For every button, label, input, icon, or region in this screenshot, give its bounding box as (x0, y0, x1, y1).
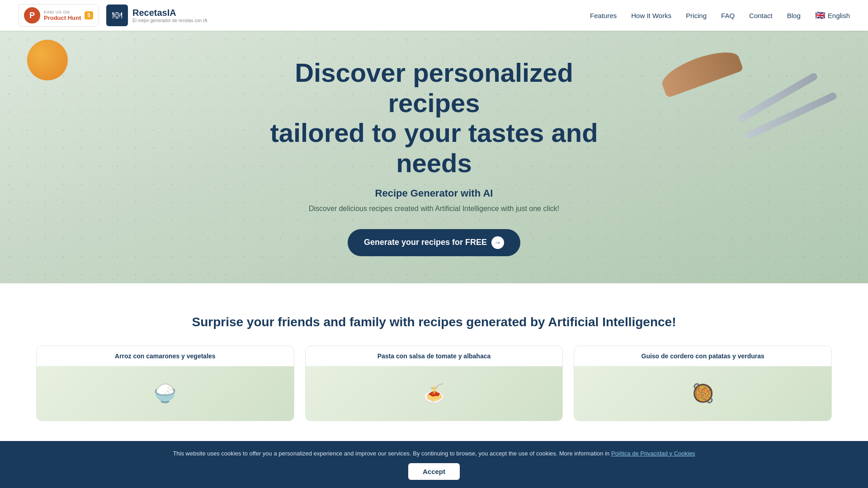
cta-generate-button[interactable]: Generate your recipes for FREE → (348, 229, 520, 256)
recipe-card-3-image: 🥘 (574, 366, 831, 421)
logo-text: RecetasIA El mejor generador de recetas … (132, 8, 208, 23)
language-label: English (828, 12, 850, 19)
nav-link-contact[interactable]: Contact (749, 12, 773, 19)
recipe-card-2-image: 🍝 (306, 366, 563, 421)
producthunt-name-label: Product Hunt (44, 14, 81, 21)
producthunt-badge[interactable]: P FIND US ON Product Hunt 5 (18, 4, 99, 27)
recipe-card-3: Guiso de cordero con patatas y verduras … (574, 346, 832, 421)
nav-link-how-it-works[interactable]: How It Works (631, 12, 671, 19)
nav-left: P FIND US ON Product Hunt 5 🍽 RecetasIA … (18, 4, 208, 27)
hero-title-line2: tailored to your tastes and needs (270, 118, 598, 178)
hero-title-line1: Discover personalized recipes (295, 58, 573, 117)
hero-subtitle: Recipe Generator with AI (249, 188, 619, 199)
nav-link-faq[interactable]: FAQ (721, 12, 735, 19)
recipe-card-2: Pasta con salsa de tomate y albahaca 🍝 (305, 346, 563, 421)
recipe-card-3-title: Guiso de cordero con patatas y verduras (574, 346, 831, 366)
hero-description: Discover delicious recipes created with … (249, 205, 619, 213)
producthunt-score: 5 (85, 11, 93, 19)
nav-link-features[interactable]: Features (590, 12, 617, 19)
language-selector[interactable]: 🇬🇧 English (815, 10, 850, 20)
producthunt-text: FIND US ON Product Hunt (44, 10, 81, 21)
language-flag: 🇬🇧 (815, 10, 825, 20)
logo-title: RecetasIA (132, 8, 208, 18)
logo[interactable]: 🍽 RecetasIA El mejor generador de receta… (106, 5, 208, 26)
recipes-section: Surprise your friends and family with re… (0, 283, 868, 439)
nav-link-blog[interactable]: Blog (787, 12, 801, 19)
navbar: P FIND US ON Product Hunt 5 🍽 RecetasIA … (0, 0, 868, 31)
producthunt-find-label: FIND US ON (44, 10, 81, 14)
recipe-card-1-image: 🍚 (37, 366, 294, 421)
section-title: Surprise your friends and family with re… (36, 315, 832, 329)
recipe-cards-row: Arroz con camarones y vegetales 🍚 Pasta … (36, 346, 832, 421)
nav-links: Features How It Works Pricing FAQ Contac… (590, 10, 850, 20)
hero-section: Discover personalized recipes tailored t… (0, 31, 868, 283)
producthunt-icon: P (24, 7, 40, 23)
recipe-card-2-title: Pasta con salsa de tomate y albahaca (306, 346, 563, 366)
nav-link-pricing[interactable]: Pricing (686, 12, 707, 19)
hero-content: Discover personalized recipes tailored t… (231, 31, 637, 283)
logo-subtitle: El mejor generador de recetas con IA (132, 18, 208, 23)
recipe-card-1-title: Arroz con camarones y vegetales (37, 346, 294, 366)
cta-arrow-icon: → (491, 236, 504, 249)
logo-icon: 🍽 (106, 5, 128, 26)
recipe-card-1: Arroz con camarones y vegetales 🍚 (36, 346, 294, 421)
hero-title: Discover personalized recipes tailored t… (249, 58, 619, 178)
cta-label: Generate your recipes for FREE (364, 238, 487, 247)
